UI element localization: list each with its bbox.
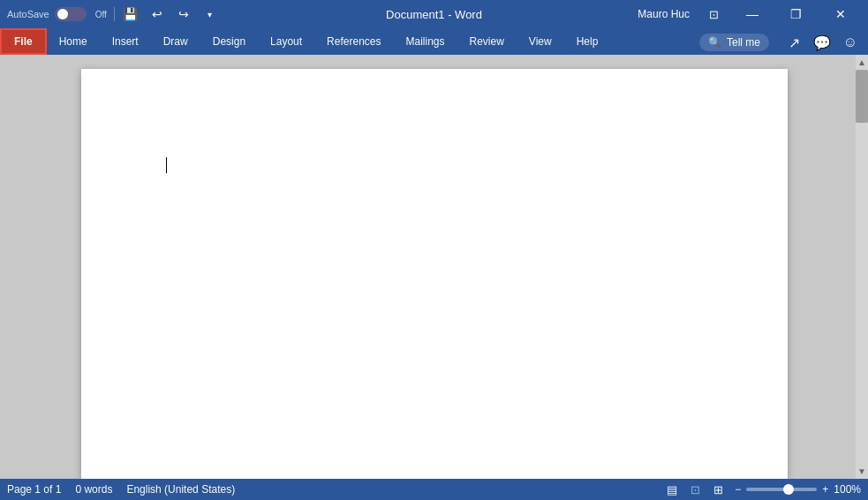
search-icon: 🔍 xyxy=(708,36,721,49)
tab-view[interactable]: View xyxy=(517,28,564,55)
autosave-knob xyxy=(57,9,68,19)
share-icon[interactable]: ↗ xyxy=(781,30,806,55)
minimize-button[interactable]: — xyxy=(732,0,773,28)
print-layout-icon[interactable]: ⊡ xyxy=(685,481,705,497)
status-left: Page 1 of 1 0 words English (United Stat… xyxy=(7,483,235,496)
page-info: Page 1 of 1 xyxy=(7,483,61,496)
close-button[interactable]: ✕ xyxy=(820,0,861,28)
scroll-down-arrow[interactable]: ▼ xyxy=(856,464,868,479)
view-icons: ▤ ⊡ ⊞ xyxy=(662,481,728,497)
ribbon-tab-bar: File Home Insert Draw Design Layout Refe… xyxy=(0,28,868,55)
language: English (United States) xyxy=(126,483,235,496)
scrollbar-track[interactable] xyxy=(856,70,868,464)
comment-icon[interactable]: 💬 xyxy=(810,30,834,55)
search-placeholder: Tell me xyxy=(727,36,760,49)
tab-insert[interactable]: Insert xyxy=(100,28,151,55)
emoji-icon[interactable]: ☺ xyxy=(838,30,863,55)
zoom-slider[interactable] xyxy=(746,488,817,491)
zoom-slider-thumb[interactable] xyxy=(783,484,794,495)
scrollbar-thumb[interactable] xyxy=(856,70,868,123)
zoom-minus-icon[interactable]: − xyxy=(735,483,741,496)
document-page[interactable] xyxy=(81,69,788,479)
autosave-label: AutoSave xyxy=(7,9,49,19)
restore-down-icon[interactable]: ⊡ xyxy=(700,0,728,28)
tab-help[interactable]: Help xyxy=(564,28,611,55)
status-right: ▤ ⊡ ⊞ − + 100% xyxy=(662,481,861,497)
tab-file[interactable]: File xyxy=(0,28,47,55)
undo-icon[interactable]: ↩ xyxy=(148,5,166,23)
text-cursor xyxy=(166,157,167,173)
tab-design[interactable]: Design xyxy=(200,28,258,55)
tab-layout[interactable]: Layout xyxy=(258,28,314,55)
separator xyxy=(114,7,115,21)
title-bar: AutoSave Off 💾 ↩ ↪ ▾ Document1 - Word Ma… xyxy=(0,0,868,28)
autosave-toggle[interactable] xyxy=(55,7,87,21)
zoom-level: 100% xyxy=(834,483,861,496)
maximize-button[interactable]: ❐ xyxy=(776,0,817,28)
document-scroll[interactable] xyxy=(0,55,868,479)
ribbon-extra-icons: ↗ 💬 ☺ xyxy=(776,30,868,55)
title-text: Document1 - Word xyxy=(386,8,482,21)
document-area: ▲ ▼ xyxy=(0,55,868,479)
zoom-control: − + 100% xyxy=(735,483,861,496)
search-bar[interactable]: 🔍 Tell me xyxy=(699,34,769,51)
tab-mailings[interactable]: Mailings xyxy=(393,28,457,55)
redo-icon[interactable]: ↪ xyxy=(175,5,192,23)
vertical-scrollbar: ▲ ▼ xyxy=(856,55,868,479)
autosave-state: Off xyxy=(95,10,107,19)
status-bar: Page 1 of 1 0 words English (United Stat… xyxy=(0,479,868,500)
save-icon[interactable]: 💾 xyxy=(122,5,140,23)
web-layout-icon[interactable]: ⊞ xyxy=(708,481,728,497)
title-bar-left: AutoSave Off 💾 ↩ ↪ ▾ xyxy=(7,5,291,23)
title-bar-right: Mauro Huc ⊡ — ❐ ✕ xyxy=(577,0,861,28)
username: Mauro Huc xyxy=(638,8,690,20)
read-mode-icon[interactable]: ▤ xyxy=(662,481,682,497)
customize-icon[interactable]: ▾ xyxy=(201,5,219,23)
tab-references[interactable]: References xyxy=(314,28,393,55)
word-count: 0 words xyxy=(75,483,112,496)
quick-access-icons: 💾 ↩ ↪ ▾ xyxy=(122,5,219,23)
zoom-plus-icon[interactable]: + xyxy=(822,483,828,496)
scroll-up-arrow[interactable]: ▲ xyxy=(856,55,868,70)
tab-home[interactable]: Home xyxy=(47,28,100,55)
tab-draw[interactable]: Draw xyxy=(151,28,200,55)
tab-review[interactable]: Review xyxy=(457,28,517,55)
window-title: Document1 - Word xyxy=(291,8,576,21)
